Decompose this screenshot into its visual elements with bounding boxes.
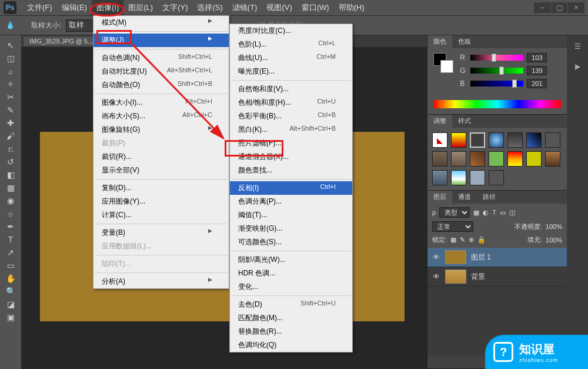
- zoom-tool[interactable]: 🔍: [2, 285, 19, 298]
- color-swatch-tool[interactable]: ◪: [2, 298, 19, 311]
- adj-icon[interactable]: [451, 151, 466, 167]
- menu-item[interactable]: 自然饱和度(V)...: [230, 82, 352, 96]
- minimize-button[interactable]: −: [534, 2, 550, 13]
- filter-icon[interactable]: T: [492, 209, 496, 216]
- tab-adjustments[interactable]: 调整: [427, 115, 452, 128]
- menu-8[interactable]: 窗口(W): [297, 0, 334, 15]
- adj-icon[interactable]: [470, 132, 485, 148]
- lasso-tool[interactable]: ⌕: [2, 65, 19, 78]
- background-swatch[interactable]: [440, 60, 453, 73]
- adj-icon[interactable]: [507, 132, 523, 148]
- menu-item[interactable]: 应用图像(Y)...: [93, 195, 229, 208]
- color-slider[interactable]: [470, 55, 523, 61]
- adj-icon[interactable]: [526, 151, 542, 167]
- shape-tool[interactable]: ▭: [2, 259, 19, 272]
- menu-7[interactable]: 视图(V): [262, 0, 296, 15]
- adj-icon[interactable]: [545, 132, 560, 148]
- marquee-tool[interactable]: ◫: [2, 52, 19, 65]
- layer-row[interactable]: 👁 图层 1: [427, 248, 567, 267]
- menu-9[interactable]: 帮助(H): [334, 0, 369, 15]
- menu-0[interactable]: 文件(F): [22, 0, 57, 15]
- hand-tool[interactable]: ✋: [2, 272, 19, 285]
- menu-item[interactable]: 渐变映射(G)...: [230, 222, 352, 235]
- history-brush-tool[interactable]: ↺: [2, 155, 19, 168]
- menu-item[interactable]: 颜色查找...: [230, 164, 352, 177]
- menu-item[interactable]: 色彩平衡(B)...Ctrl+B: [230, 109, 352, 123]
- opacity-value[interactable]: 100%: [546, 223, 562, 230]
- channel-value[interactable]: 139: [527, 66, 547, 75]
- adj-icon[interactable]: [489, 151, 504, 167]
- document-tab[interactable]: IMG_3529.JPG @ 5...: [24, 36, 99, 46]
- lock-icon[interactable]: ▦: [450, 236, 456, 244]
- layer-row[interactable]: 👁 背景: [427, 267, 567, 287]
- dock-brush-icon[interactable]: ☰: [571, 41, 584, 52]
- menu-item[interactable]: 可选颜色(S)...: [230, 235, 352, 249]
- close-button[interactable]: ×: [568, 2, 584, 13]
- eraser-tool[interactable]: ◧: [2, 168, 19, 181]
- path-tool[interactable]: ↗: [2, 246, 19, 259]
- color-slider[interactable]: [470, 68, 523, 74]
- blur-tool[interactable]: ◉: [2, 194, 19, 207]
- wand-tool[interactable]: ✧: [2, 78, 19, 91]
- menu-item[interactable]: 替换颜色(R)...: [230, 325, 352, 338]
- menu-5[interactable]: 选择(S): [192, 0, 227, 15]
- menu-item[interactable]: 显示全部(V): [93, 164, 229, 177]
- channel-value[interactable]: 103: [527, 53, 547, 62]
- adj-icon[interactable]: [545, 151, 560, 167]
- maximize-button[interactable]: ▢: [551, 2, 567, 13]
- tab-swatches[interactable]: 色板: [452, 35, 477, 48]
- adj-icon[interactable]: [451, 132, 466, 148]
- adj-icon[interactable]: [526, 132, 542, 148]
- menu-item[interactable]: 自动颜色(O)Shift+Ctrl+B: [93, 78, 229, 92]
- menu-6[interactable]: 滤镜(T): [228, 0, 262, 15]
- adj-icon[interactable]: [470, 151, 485, 167]
- dodge-tool[interactable]: ☼: [2, 207, 19, 220]
- menu-item[interactable]: 自动色调(N)Shift+Ctrl+L: [93, 51, 229, 65]
- menu-item[interactable]: 分析(A): [93, 275, 229, 288]
- eyedropper-tool[interactable]: ✎: [2, 104, 19, 117]
- adj-icon[interactable]: [451, 170, 466, 185]
- lock-icon[interactable]: ✎: [460, 236, 465, 244]
- healing-tool[interactable]: ✚: [2, 117, 19, 129]
- fill-value[interactable]: 100%: [546, 237, 562, 244]
- tab-channels[interactable]: 通道: [452, 191, 477, 204]
- visibility-icon[interactable]: 👁: [432, 272, 440, 281]
- visibility-icon[interactable]: 👁: [432, 253, 440, 261]
- menu-item[interactable]: 曝光度(E)...: [230, 65, 352, 78]
- menu-item[interactable]: 变化...: [230, 280, 352, 294]
- filter-icon[interactable]: ▭: [500, 209, 506, 217]
- lock-icon[interactable]: ⊕: [469, 236, 474, 244]
- menu-item[interactable]: HDR 色调...: [230, 267, 352, 280]
- menu-item[interactable]: 调整(J): [93, 34, 229, 47]
- channel-value[interactable]: 201: [527, 79, 547, 88]
- menu-item[interactable]: 色阶(L)...Ctrl+L: [230, 38, 352, 51]
- menu-item[interactable]: 通道混合器(X)...: [230, 150, 352, 164]
- adj-icon[interactable]: [507, 151, 523, 167]
- color-swatches[interactable]: [433, 53, 453, 73]
- menu-item[interactable]: 复制(D)...: [93, 181, 229, 195]
- crop-tool[interactable]: ✂: [2, 91, 19, 104]
- dock-play-icon[interactable]: ▶: [571, 61, 584, 72]
- layer-filter-kind[interactable]: 类型: [439, 207, 470, 218]
- menu-item[interactable]: 去色(D)Shift+Ctrl+U: [230, 298, 352, 311]
- adj-icon[interactable]: [470, 170, 485, 185]
- color-spectrum[interactable]: [433, 100, 561, 108]
- menu-item[interactable]: 亮度/对比度(C)...: [230, 24, 352, 38]
- adj-icon[interactable]: [432, 170, 447, 185]
- lock-icon[interactable]: 🔒: [477, 236, 486, 244]
- menu-item[interactable]: 曲线(U)...Ctrl+M: [230, 51, 352, 65]
- menu-item[interactable]: 色调均化(Q): [230, 338, 352, 352]
- menu-item[interactable]: 模式(M): [93, 16, 229, 29]
- filter-icon[interactable]: ▦: [473, 209, 479, 217]
- quickmask-tool[interactable]: ▣: [2, 311, 19, 324]
- brush-tool[interactable]: 🖌: [2, 129, 19, 142]
- menu-item[interactable]: 色调分离(P)...: [230, 195, 352, 208]
- filter-icon[interactable]: ◫: [509, 209, 515, 217]
- tab-color[interactable]: 颜色: [427, 35, 452, 48]
- adj-icon[interactable]: ◣: [432, 132, 447, 148]
- tab-styles[interactable]: 样式: [452, 115, 477, 128]
- filter-icon[interactable]: ◐: [483, 209, 489, 217]
- tab-layers[interactable]: 图层: [427, 191, 452, 204]
- menu-item[interactable]: 图像大小(I)...Alt+Ctrl+I: [93, 96, 229, 109]
- menu-item[interactable]: 裁切(R)...: [93, 150, 229, 164]
